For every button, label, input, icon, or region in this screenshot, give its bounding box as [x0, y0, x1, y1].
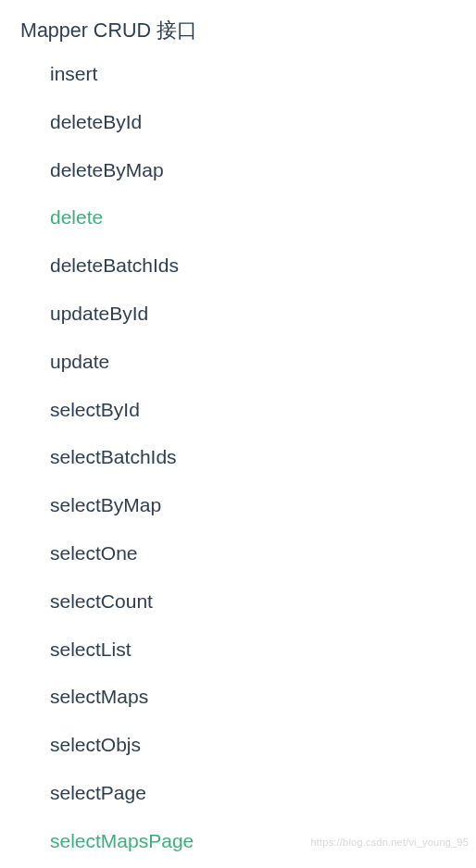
toc-item-selectbymap[interactable]: selectByMap [50, 492, 476, 517]
toc-item-selectbyid[interactable]: selectById [50, 397, 476, 422]
toc-item-selectcount[interactable]: selectCount [50, 589, 476, 614]
toc-list: insertdeleteByIddeleteByMapdeletedeleteB… [20, 61, 476, 853]
toc-item-selectobjs[interactable]: selectObjs [50, 732, 476, 757]
toc-heading[interactable]: Mapper CRUD 接口 [20, 17, 476, 44]
toc-item-insert[interactable]: insert [50, 61, 476, 86]
toc-item-selectone[interactable]: selectOne [50, 540, 476, 565]
toc-item-selectbatchids[interactable]: selectBatchIds [50, 444, 476, 469]
toc-item-selectmaps[interactable]: selectMaps [50, 684, 476, 709]
toc-item-updatebyid[interactable]: updateById [50, 301, 476, 326]
toc-item-deletebyid[interactable]: deleteById [50, 109, 476, 134]
toc-item-deletebymap[interactable]: deleteByMap [50, 157, 476, 182]
toc-item-update[interactable]: update [50, 349, 476, 374]
toc-item-deletebatchids[interactable]: deleteBatchIds [50, 253, 476, 278]
toc-item-selectpage[interactable]: selectPage [50, 780, 476, 805]
toc-item-selectlist[interactable]: selectList [50, 637, 476, 662]
watermark-text: https://blog.csdn.net/vi_young_95 [311, 837, 470, 848]
toc-item-delete[interactable]: delete [50, 205, 476, 229]
